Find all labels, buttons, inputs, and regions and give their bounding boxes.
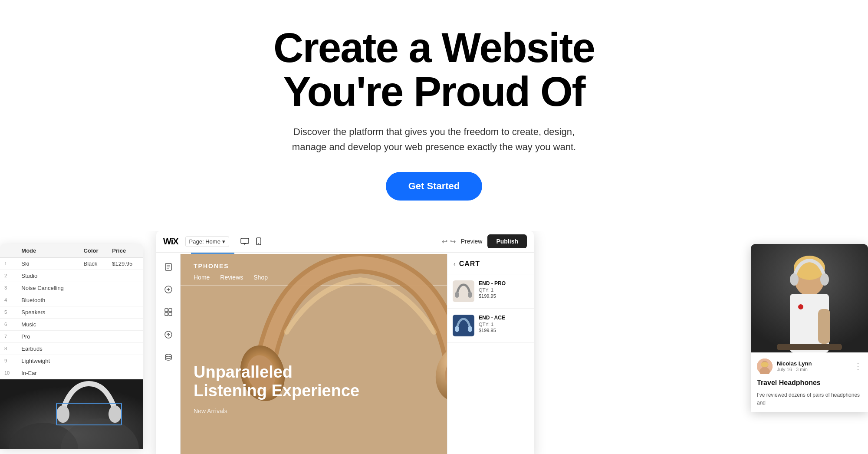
cart-item-name-2: END - ACE — [479, 315, 529, 321]
row-num: 4 — [0, 294, 17, 306]
svg-rect-41 — [818, 309, 830, 344]
left-headphone-graphic — [0, 379, 143, 449]
editor-panel: WiX Page: Home ▾ — [156, 231, 534, 454]
wix-logo: WiX — [163, 237, 178, 247]
author-row: Nicolas Lynn July 16 · 3 min ⋮ — [757, 359, 862, 374]
row-price — [108, 342, 143, 355]
editor-toolbar: WiX Page: Home ▾ — [156, 231, 534, 253]
row-price — [108, 282, 143, 294]
row-color — [79, 330, 108, 342]
hero-title: Create a Website You're Proud Of — [9, 26, 859, 114]
table-row: 6 Music — [0, 318, 143, 330]
svg-point-29 — [455, 292, 459, 298]
table-row: 3 Noise Cancelling — [0, 282, 143, 294]
cart-item: END - PRO QTY: 1 $199.95 — [447, 274, 534, 309]
person-photo-graphic — [751, 244, 868, 352]
row-mode: Pro — [17, 330, 79, 342]
row-price — [108, 270, 143, 282]
row-color — [79, 318, 108, 330]
editor-canvas: TPHONES Home Reviews Shop — [156, 254, 534, 454]
row-color — [79, 367, 108, 379]
cart-item-thumbnail-2 — [453, 315, 474, 336]
row-num: 2 — [0, 270, 17, 282]
row-num: 8 — [0, 342, 17, 355]
svg-point-32 — [455, 326, 459, 332]
row-color — [79, 282, 108, 294]
device-icons — [240, 236, 264, 247]
product-table: Mode Color Price 1 Ski Black $129.95 2 S… — [0, 244, 143, 379]
row-price — [108, 294, 143, 306]
svg-rect-18 — [165, 309, 168, 312]
author-avatar — [757, 359, 773, 374]
undo-icon[interactable]: ↩ — [442, 237, 447, 246]
cart-item-info-1: END - PRO QTY: 1 $199.95 — [479, 280, 529, 299]
desktop-icon[interactable] — [240, 236, 250, 247]
table-row: 9 Lightweight — [0, 355, 143, 367]
blog-card: Nicolas Lynn July 16 · 3 min ⋮ Travel He… — [751, 352, 868, 412]
table-row: 1 Ski Black $129.95 — [0, 257, 143, 270]
cart-item-thumbnail-1 — [453, 280, 474, 302]
row-num: 1 — [0, 257, 17, 270]
cart-item: END - ACE QTY: 1 $199.95 — [447, 309, 534, 343]
database-tool[interactable] — [161, 349, 176, 365]
author-info: Nicolas Lynn July 16 · 3 min — [777, 360, 850, 372]
row-mode: Bluetooth — [17, 294, 79, 306]
mobile-icon[interactable] — [253, 236, 264, 247]
blog-excerpt: I've reviewed dozens of pairs of headpho… — [757, 391, 862, 407]
mobile-preview-panel: Nicolas Lynn July 16 · 3 min ⋮ Travel He… — [751, 244, 868, 412]
cart-header: ‹ CART — [447, 254, 534, 274]
cart-back-icon[interactable]: ‹ — [454, 260, 456, 267]
row-color: Black — [79, 257, 108, 270]
svg-point-30 — [468, 292, 472, 298]
row-color — [79, 355, 108, 367]
svg-point-45 — [761, 362, 769, 367]
showcase-area: Mode Color Price 1 Ski Black $129.95 2 S… — [0, 231, 868, 454]
publish-button[interactable]: Publish — [487, 234, 527, 248]
svg-rect-42 — [777, 344, 842, 350]
row-price — [108, 355, 143, 367]
row-mode: Ski — [17, 257, 79, 270]
author-meta: July 16 · 3 min — [777, 367, 850, 372]
row-price: $129.95 — [108, 257, 143, 270]
svg-point-33 — [468, 326, 472, 332]
row-mode: Music — [17, 318, 79, 330]
site-new-arrivals: New Arrivals — [194, 408, 359, 415]
row-color — [79, 342, 108, 355]
row-price — [108, 306, 143, 318]
svg-point-4 — [108, 405, 122, 423]
row-num: 6 — [0, 318, 17, 330]
svg-point-39 — [820, 273, 829, 286]
add-tool[interactable] — [161, 282, 176, 297]
cart-item-price-1: $199.95 — [479, 293, 529, 299]
author-name: Nicolas Lynn — [777, 360, 850, 367]
table-row: 4 Bluetooth — [0, 294, 143, 306]
table-row: 5 Speakers — [0, 306, 143, 318]
preview-button[interactable]: Preview — [461, 238, 483, 245]
pages-tool[interactable] — [161, 259, 176, 275]
redo-icon[interactable]: ↪ — [450, 237, 456, 246]
cart-panel: ‹ CART END - PRO — [447, 254, 534, 454]
more-options-icon[interactable]: ⋮ — [854, 362, 862, 371]
site-headline: Unparalleled Listening Experience — [194, 363, 359, 401]
table-header-mode: Mode — [17, 244, 79, 258]
row-num: 7 — [0, 330, 17, 342]
chevron-down-icon: ▾ — [222, 238, 225, 245]
row-num: 10 — [0, 367, 17, 379]
table-row: 8 Earbuds — [0, 342, 143, 355]
table-row: 10 In-Ear — [0, 367, 143, 379]
table-header-num — [0, 244, 17, 258]
row-mode: Noise Cancelling — [17, 282, 79, 294]
row-mode: Speakers — [17, 306, 79, 318]
sections-tool[interactable] — [161, 304, 176, 320]
cart-item-info-2: END - ACE QTY: 1 $199.95 — [479, 315, 529, 333]
table-header-color: Color — [79, 244, 108, 258]
row-color — [79, 270, 108, 282]
nav-link-home[interactable]: Home — [194, 274, 210, 281]
svg-rect-20 — [165, 313, 168, 316]
upload-tool[interactable] — [161, 327, 176, 342]
svg-rect-21 — [169, 313, 172, 316]
page-selector[interactable]: Page: Home ▾ — [185, 236, 229, 247]
page-name: Page: Home — [189, 238, 220, 245]
row-mode: Earbuds — [17, 342, 79, 355]
get-started-button[interactable]: Get Started — [386, 172, 483, 201]
